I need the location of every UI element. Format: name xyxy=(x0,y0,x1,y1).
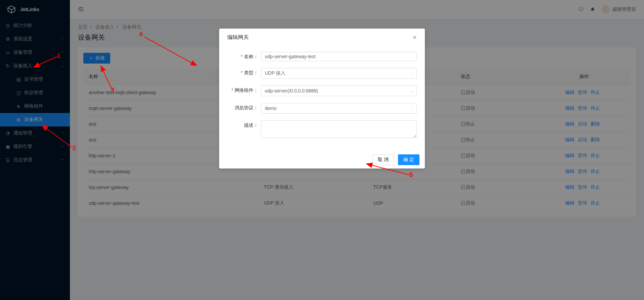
protocol-select[interactable]: demo ⌄ xyxy=(261,103,417,114)
annotation-1: 1 xyxy=(57,52,61,60)
desc-textarea[interactable] xyxy=(261,120,417,138)
chevron-down-icon: ⌄ xyxy=(410,107,413,110)
chevron-down-icon: ⌄ xyxy=(410,89,413,93)
field-label-desc: 描述 xyxy=(244,122,253,128)
annotation-2: 2 xyxy=(73,145,76,152)
protocol-select-value: demo xyxy=(265,106,277,111)
annotation-5: 5 xyxy=(409,172,413,179)
cancel-button[interactable]: 取 消 xyxy=(372,154,394,165)
field-label-name: 名称 xyxy=(244,54,253,59)
field-label-protocol: 消息协议 xyxy=(235,105,253,110)
type-select-value: UDP 接入 xyxy=(265,70,285,76)
field-label-type: 类型 xyxy=(244,70,253,75)
annotation-3: 3 xyxy=(111,87,114,94)
close-icon[interactable]: ✕ xyxy=(412,34,417,41)
modal-title: 编辑网关 xyxy=(227,34,249,41)
edit-gateway-modal: 编辑网关 ✕ *名称： *类型： UDP 接入 ⌄ *网络组件： udp-ser… xyxy=(219,29,425,168)
network-select-value: udp-server(/0.0.0.0:8888) xyxy=(265,88,318,93)
network-select[interactable]: udp-server(/0.0.0.0:8888) ⌄ xyxy=(261,85,417,96)
chevron-down-icon: ⌄ xyxy=(410,72,413,75)
annotation-4: 4 xyxy=(139,31,143,38)
type-select[interactable]: UDP 接入 ⌄ xyxy=(261,68,417,79)
name-input[interactable] xyxy=(261,52,417,61)
field-label-network: 网络组件 xyxy=(235,87,253,93)
ok-button[interactable]: 确 定 xyxy=(398,154,419,165)
